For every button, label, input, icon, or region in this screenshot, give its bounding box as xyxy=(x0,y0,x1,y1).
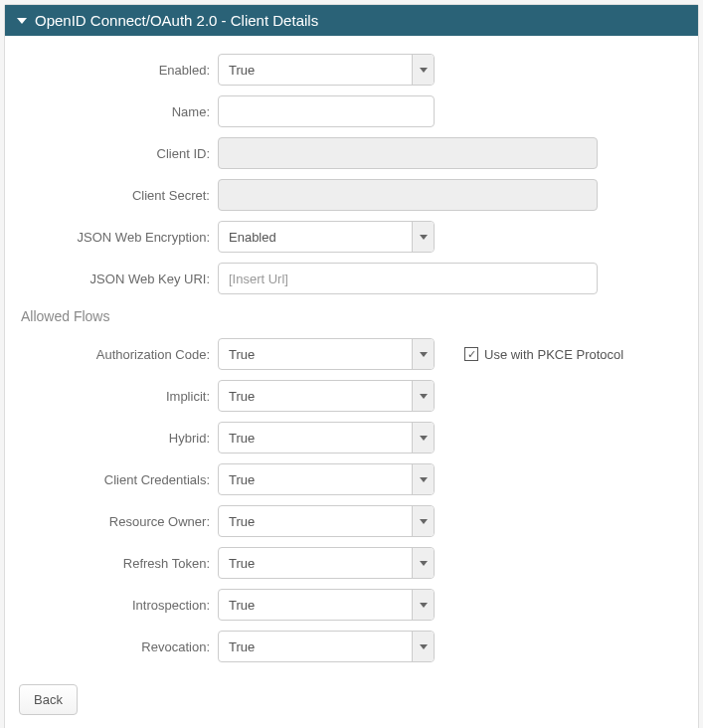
client-secret-input xyxy=(218,179,598,211)
name-label: Name: xyxy=(19,104,218,119)
hybrid-label: Hybrid: xyxy=(19,431,218,446)
dropdown-button[interactable] xyxy=(412,423,434,453)
client-id-label: Client ID: xyxy=(19,146,218,161)
enabled-select[interactable]: True xyxy=(218,54,435,86)
panel-title: OpenID Connect/OAuth 2.0 - Client Detail… xyxy=(35,12,318,29)
chevron-down-icon xyxy=(420,644,428,649)
client-secret-label: Client Secret: xyxy=(19,188,218,203)
resource-owner-select[interactable]: True xyxy=(218,505,435,537)
dropdown-button[interactable] xyxy=(412,590,434,620)
dropdown-button[interactable] xyxy=(412,339,434,369)
dropdown-button[interactable] xyxy=(412,506,434,536)
allowed-flows-title: Allowed Flows xyxy=(21,308,684,324)
implicit-value: True xyxy=(219,381,412,411)
chevron-down-icon xyxy=(420,477,428,482)
dropdown-button[interactable] xyxy=(412,222,434,252)
auth-code-label: Authorization Code: xyxy=(19,347,218,362)
implicit-label: Implicit: xyxy=(19,389,218,404)
jwk-uri-label: JSON Web Key URI: xyxy=(19,272,218,286)
revocation-value: True xyxy=(219,632,412,661)
jwe-select[interactable]: Enabled xyxy=(218,221,435,253)
pkce-label: Use with PKCE Protocol xyxy=(484,347,623,362)
chevron-down-icon xyxy=(17,18,27,24)
chevron-down-icon xyxy=(420,603,428,608)
chevron-down-icon xyxy=(420,352,428,357)
pkce-checkbox[interactable]: ✓ xyxy=(464,347,478,361)
hybrid-value: True xyxy=(219,423,412,453)
dropdown-button[interactable] xyxy=(412,464,434,494)
client-id-input xyxy=(218,137,598,169)
refresh-token-value: True xyxy=(219,548,412,578)
chevron-down-icon xyxy=(420,436,428,441)
refresh-token-select[interactable]: True xyxy=(218,547,435,579)
revocation-label: Revocation: xyxy=(19,639,218,654)
auth-code-select[interactable]: True xyxy=(218,338,435,370)
chevron-down-icon xyxy=(420,235,428,240)
resource-owner-value: True xyxy=(219,506,412,536)
hybrid-select[interactable]: True xyxy=(218,422,435,454)
panel-header[interactable]: OpenID Connect/OAuth 2.0 - Client Detail… xyxy=(5,5,698,36)
dropdown-button[interactable] xyxy=(412,381,434,411)
jwe-value: Enabled xyxy=(219,222,412,252)
auth-code-value: True xyxy=(219,339,412,369)
chevron-down-icon xyxy=(420,519,428,524)
implicit-select[interactable]: True xyxy=(218,380,435,412)
jwk-uri-input[interactable] xyxy=(218,263,598,294)
introspection-value: True xyxy=(219,590,412,620)
introspection-label: Introspection: xyxy=(19,598,218,613)
chevron-down-icon xyxy=(420,394,428,399)
dropdown-button[interactable] xyxy=(412,632,434,661)
chevron-down-icon xyxy=(420,561,428,566)
revocation-select[interactable]: True xyxy=(218,631,435,662)
enabled-value: True xyxy=(219,55,412,85)
client-credentials-label: Client Credentials: xyxy=(19,472,218,487)
panel-body: Enabled: True Name: Client ID: Clie xyxy=(5,36,698,728)
client-credentials-select[interactable]: True xyxy=(218,463,435,495)
enabled-label: Enabled: xyxy=(19,63,218,78)
jwe-label: JSON Web Encryption: xyxy=(19,230,218,245)
dropdown-button[interactable] xyxy=(412,55,434,85)
chevron-down-icon xyxy=(420,68,428,73)
refresh-token-label: Refresh Token: xyxy=(19,556,218,571)
dropdown-button[interactable] xyxy=(412,548,434,578)
introspection-select[interactable]: True xyxy=(218,589,435,621)
client-credentials-value: True xyxy=(219,464,412,494)
name-input[interactable] xyxy=(218,95,435,127)
client-details-panel: OpenID Connect/OAuth 2.0 - Client Detail… xyxy=(4,4,699,728)
back-button[interactable]: Back xyxy=(19,684,78,715)
resource-owner-label: Resource Owner: xyxy=(19,514,218,529)
